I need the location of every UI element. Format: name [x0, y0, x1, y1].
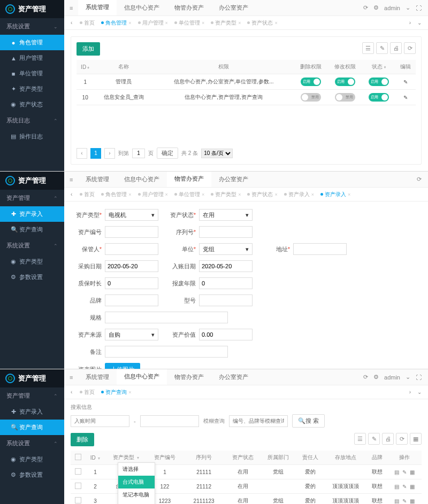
- time-from-input[interactable]: [71, 415, 129, 427]
- breadcrumb-tab[interactable]: 首页: [77, 19, 98, 27]
- edit-icon[interactable]: ✎: [402, 469, 407, 475]
- breadcrumb-tab[interactable]: 资产状态 ×: [244, 19, 280, 27]
- view-icon[interactable]: ▤: [394, 469, 399, 475]
- menu-group[interactable]: 系统设置⌃: [0, 435, 64, 452]
- filter-icon[interactable]: ☰: [354, 433, 366, 445]
- toggle[interactable]: 启用: [369, 77, 389, 86]
- serial-input[interactable]: [199, 226, 253, 238]
- breadcrumb-tab[interactable]: 资产状态 ×: [244, 191, 280, 198]
- sidebar-item[interactable]: ▤操作日志: [0, 129, 64, 144]
- warranty-input[interactable]: [105, 277, 158, 289]
- asset-status-select[interactable]: 在用▾: [199, 209, 253, 221]
- edit-icon[interactable]: ✎: [402, 484, 407, 490]
- chevron-down-icon[interactable]: ⌄: [406, 374, 410, 381]
- menu-group[interactable]: 系统设置⌄: [0, 18, 64, 35]
- toggle[interactable]: 启用: [301, 77, 321, 86]
- crumb-next[interactable]: ›: [407, 20, 413, 26]
- top-tab[interactable]: 办公室资产: [211, 369, 256, 385]
- breadcrumb-tab[interactable]: 首页: [77, 191, 98, 198]
- column-header[interactable]: 权限: [154, 60, 293, 74]
- row-checkbox[interactable]: [75, 483, 81, 489]
- breadcrumb-tab[interactable]: 角色管理 ×: [98, 191, 134, 198]
- top-tab[interactable]: 物管办资产: [167, 369, 211, 385]
- top-tab[interactable]: 物管办资产: [167, 172, 211, 187]
- close-icon[interactable]: ×: [274, 192, 277, 197]
- crumb-prev[interactable]: ‹: [68, 191, 74, 197]
- breadcrumb-tab[interactable]: 单位管理 ×: [171, 191, 208, 198]
- breadcrumb-tab[interactable]: 资产录入 ×: [317, 191, 354, 198]
- top-tab[interactable]: 办公室资产: [211, 172, 256, 187]
- refresh-icon[interactable]: ⟳: [396, 433, 408, 445]
- sidebar-item[interactable]: ✦资产类型: [0, 81, 64, 97]
- in-date-input[interactable]: [199, 260, 253, 272]
- top-tab[interactable]: 系统管理: [78, 0, 117, 15]
- asset-no-input[interactable]: [105, 226, 158, 238]
- breadcrumb-tab[interactable]: 资产类型 ×: [208, 19, 244, 27]
- view-icon[interactable]: ▤: [394, 484, 399, 490]
- select-all[interactable]: [75, 454, 81, 460]
- spec-input[interactable]: [105, 312, 228, 323]
- user-label[interactable]: admin: [384, 5, 400, 11]
- crumb-menu[interactable]: ⌄: [415, 389, 424, 395]
- copy-icon[interactable]: ▦: [410, 484, 415, 490]
- crumb-menu[interactable]: ⌄: [415, 20, 424, 26]
- delete-button[interactable]: 删除: [71, 433, 94, 446]
- crumb-prev[interactable]: ‹: [68, 20, 74, 26]
- row-checkbox[interactable]: [75, 468, 81, 475]
- pager-next[interactable]: ›: [104, 148, 115, 159]
- column-header[interactable]: 品牌: [367, 451, 388, 465]
- toggle[interactable]: 禁用: [301, 93, 321, 102]
- breadcrumb-tab[interactable]: 资产类型 ×: [208, 191, 244, 198]
- close-icon[interactable]: ×: [311, 192, 314, 197]
- edit-icon[interactable]: ✎: [402, 498, 407, 504]
- top-tab[interactable]: 物管办资产: [167, 0, 211, 15]
- dropdown-option[interactable]: 台式电脑: [118, 476, 155, 489]
- breadcrumb-tab[interactable]: 角色管理 ×: [98, 19, 134, 27]
- column-header[interactable]: 所属部门: [261, 451, 296, 465]
- column-header[interactable]: 名称: [94, 60, 154, 74]
- columns-icon[interactable]: ▦: [410, 433, 422, 445]
- menu-group[interactable]: 资产管理⌃: [0, 387, 64, 404]
- breadcrumb-tab[interactable]: 用户管理 ×: [135, 191, 171, 198]
- close-icon[interactable]: ×: [128, 390, 131, 395]
- addr-input[interactable]: [293, 243, 347, 255]
- unit-select[interactable]: 党组▾: [199, 243, 253, 255]
- sidebar-item[interactable]: 🔍资产查询: [0, 222, 64, 237]
- menu-group[interactable]: 系统设置⌃: [0, 237, 64, 254]
- settings-icon[interactable]: ⚙: [373, 374, 379, 381]
- menu-toggle-icon[interactable]: ≡: [64, 5, 78, 11]
- top-tab[interactable]: 办公室资产: [211, 0, 256, 15]
- copy-icon[interactable]: ▦: [410, 469, 415, 475]
- refresh-icon[interactable]: ⟳: [417, 176, 422, 183]
- close-icon[interactable]: ×: [165, 20, 168, 26]
- menu-toggle-icon[interactable]: ≡: [64, 374, 78, 381]
- top-tab[interactable]: 信息中心资产: [117, 369, 167, 385]
- edit-icon[interactable]: ✎: [403, 79, 408, 85]
- top-tab[interactable]: 信息中心资产: [117, 0, 167, 15]
- brand-input[interactable]: [105, 294, 158, 306]
- breadcrumb-tab[interactable]: 单位管理 ×: [171, 19, 208, 27]
- column-header[interactable]: 存放地点: [324, 451, 367, 465]
- view-icon[interactable]: ▤: [394, 498, 399, 504]
- edit-icon[interactable]: ✎: [403, 95, 408, 100]
- top-tab[interactable]: 系统管理: [78, 369, 117, 385]
- close-icon[interactable]: ×: [128, 192, 131, 197]
- scrap-input[interactable]: [199, 277, 253, 289]
- top-tab[interactable]: 信息中心资产: [117, 172, 167, 187]
- close-icon[interactable]: ×: [348, 192, 350, 197]
- menu-toggle-icon[interactable]: ≡: [64, 176, 78, 183]
- sidebar-item[interactable]: ▲用户管理: [0, 50, 64, 66]
- dropdown-option[interactable]: 请选择: [118, 463, 155, 476]
- sidebar-item[interactable]: ✚资产录入: [0, 206, 64, 222]
- sidebar-item[interactable]: ⚙参数设置: [0, 467, 64, 483]
- keeper-input[interactable]: [105, 243, 158, 255]
- column-header[interactable]: 修改权限: [328, 60, 362, 74]
- toggle[interactable]: 启用: [369, 93, 389, 102]
- refresh-icon[interactable]: ⟳: [363, 374, 368, 381]
- column-header[interactable]: 序列号: [182, 451, 225, 465]
- refresh-icon[interactable]: ⟳: [404, 42, 416, 54]
- fullscreen-icon[interactable]: ⛶: [416, 5, 422, 11]
- menu-group[interactable]: 系统日志⌃: [0, 112, 64, 129]
- fuzzy-input[interactable]: [229, 415, 288, 427]
- column-header[interactable]: 状态♦: [363, 60, 396, 74]
